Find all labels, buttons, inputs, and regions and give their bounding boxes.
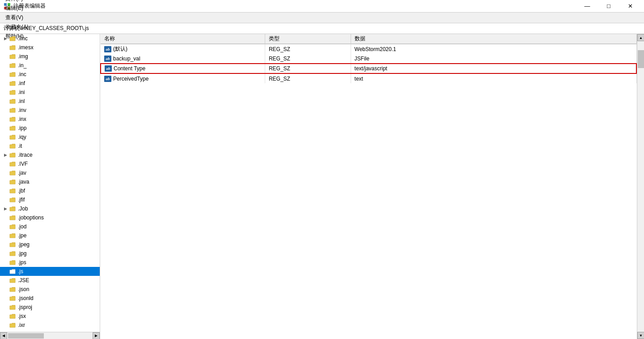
main-content: .imc .imesx .img .in_ .inc .inf .ini .in… bbox=[0, 34, 644, 339]
tree-item[interactable]: .inl bbox=[0, 97, 100, 106]
tree-item[interactable]: .jpe bbox=[0, 231, 100, 240]
tree-item[interactable]: .jsproj bbox=[0, 303, 100, 312]
tree-item[interactable]: .jsonld bbox=[0, 294, 100, 303]
folder-icon bbox=[9, 286, 16, 293]
tree-horizontal-scroll[interactable]: ◀ ▶ bbox=[0, 332, 100, 339]
tree-item[interactable]: .jpeg bbox=[0, 240, 100, 249]
tree-item[interactable]: .jps bbox=[0, 258, 100, 267]
tree-item[interactable]: .inv bbox=[0, 106, 100, 115]
tree-item-label: .jsproj bbox=[18, 304, 32, 310]
registry-rows: ab(默认)REG_SZWebStorm2020.1abbackup_valRE… bbox=[101, 44, 636, 83]
expand-icon[interactable] bbox=[2, 205, 9, 212]
vertical-scrollbar[interactable]: ▲ ▼ bbox=[637, 34, 644, 339]
folder-icon bbox=[9, 107, 16, 114]
tree-item-label: .jpeg bbox=[18, 241, 30, 248]
table-row[interactable]: abbackup_valREG_SZJSFile bbox=[101, 54, 636, 64]
address-bar: 计算机\HKEY_CLASSES_ROOT\.js bbox=[0, 23, 644, 34]
tree-item[interactable]: .Job bbox=[0, 204, 100, 213]
tree-item[interactable]: .itrace bbox=[0, 150, 100, 159]
tree-item[interactable]: .joboptions bbox=[0, 213, 100, 222]
scroll-up-button[interactable]: ▲ bbox=[637, 34, 644, 41]
tree-item[interactable]: .it bbox=[0, 142, 100, 150]
expand-icon bbox=[2, 124, 9, 132]
tree-item-label: .inf bbox=[18, 80, 25, 86]
tree-item[interactable]: .ini bbox=[0, 88, 100, 97]
folder-icon bbox=[9, 178, 16, 185]
menu-item-file[interactable]: 文件(F) bbox=[2, 0, 32, 4]
folder-icon bbox=[9, 116, 16, 123]
table-row[interactable]: abPerceivedTypeREG_SZtext bbox=[101, 73, 636, 83]
scroll-track[interactable] bbox=[7, 332, 93, 339]
tree-item-label: .java bbox=[18, 179, 29, 185]
scroll-left-button[interactable]: ◀ bbox=[0, 332, 7, 339]
registry-table: 名称 类型 数据 ab(默认)REG_SZWebStorm2020.1abbac… bbox=[100, 34, 637, 83]
expand-icon[interactable] bbox=[2, 151, 9, 159]
tree-item[interactable]: .imc bbox=[0, 34, 100, 43]
tree-item[interactable]: .jfif bbox=[0, 195, 100, 204]
tree-item[interactable]: .img bbox=[0, 52, 100, 61]
tree-item[interactable]: .iqy bbox=[0, 133, 100, 142]
tree-item[interactable]: .jsx bbox=[0, 312, 100, 321]
expand-icon bbox=[2, 322, 9, 329]
menu-item-view[interactable]: 查看(V) bbox=[2, 13, 32, 22]
minimize-button[interactable]: — bbox=[577, 0, 597, 13]
registry-table-container[interactable]: 名称 类型 数据 ab(默认)REG_SZWebStorm2020.1abbac… bbox=[100, 34, 637, 339]
tree-item[interactable]: .ixr bbox=[0, 321, 100, 330]
scroll-track-vertical[interactable] bbox=[637, 41, 644, 332]
table-header-row: 名称 类型 数据 bbox=[101, 34, 636, 44]
scroll-thumb[interactable] bbox=[8, 333, 44, 339]
folder-icon bbox=[9, 250, 16, 257]
ab-icon: ab bbox=[104, 76, 111, 82]
tree-item[interactable]: .js bbox=[0, 267, 100, 276]
tree-item[interactable]: .jpg bbox=[0, 249, 100, 258]
maximize-button[interactable]: □ bbox=[598, 0, 619, 13]
col-type: 类型 bbox=[265, 34, 351, 44]
scroll-right-button[interactable]: ▶ bbox=[93, 332, 100, 339]
tree-item[interactable]: .inx bbox=[0, 115, 100, 124]
tree-item[interactable]: .in_ bbox=[0, 61, 100, 70]
tree-item[interactable]: .inf bbox=[0, 79, 100, 88]
tree-scroll[interactable]: .imc .imesx .img .in_ .inc .inf .ini .in… bbox=[0, 34, 100, 332]
folder-icon bbox=[9, 241, 16, 248]
tree-item-label: .ini bbox=[18, 89, 25, 95]
tree-item[interactable]: .IVF bbox=[0, 159, 100, 168]
cell-type: REG_SZ bbox=[265, 54, 351, 64]
ab-icon: ab bbox=[104, 56, 111, 62]
tree-item-label: .jsx bbox=[18, 313, 26, 319]
expand-icon bbox=[2, 214, 9, 221]
tree-item[interactable]: .jbf bbox=[0, 186, 100, 195]
expand-icon bbox=[2, 304, 9, 311]
tree-item-label: .iqy bbox=[18, 134, 26, 140]
tree-item-label: .js bbox=[18, 268, 23, 275]
tree-item[interactable]: .jav bbox=[0, 168, 100, 177]
folder-icon bbox=[9, 35, 16, 42]
expand-icon[interactable] bbox=[2, 35, 9, 42]
expand-icon bbox=[2, 107, 9, 114]
tree-item[interactable]: .jod bbox=[0, 222, 100, 231]
folder-icon bbox=[9, 124, 16, 132]
folder-icon bbox=[9, 223, 16, 230]
close-button[interactable]: ✕ bbox=[620, 0, 640, 13]
table-row[interactable]: ab(默认)REG_SZWebStorm2020.1 bbox=[101, 44, 636, 54]
scroll-thumb-vertical[interactable] bbox=[638, 50, 644, 68]
menu-item-edit[interactable]: 编辑(E) bbox=[2, 4, 32, 13]
tree-item[interactable]: .imesx bbox=[0, 43, 100, 52]
table-row[interactable]: abContent TypeREG_SZtext/javascript bbox=[101, 64, 636, 73]
tree-item[interactable]: .ipp bbox=[0, 124, 100, 133]
tree-item[interactable]: .JSE bbox=[0, 276, 100, 285]
tree-item[interactable]: .json bbox=[0, 285, 100, 294]
folder-icon bbox=[9, 205, 16, 212]
tree-item[interactable]: .java bbox=[0, 177, 100, 186]
name-text: PerceivedType bbox=[113, 76, 148, 82]
folder-icon bbox=[9, 304, 16, 311]
cell-name: ab(默认) bbox=[101, 44, 265, 54]
tree-item[interactable]: .inc bbox=[0, 70, 100, 79]
folder-icon bbox=[9, 295, 16, 302]
folder-icon bbox=[9, 268, 16, 275]
scroll-down-button[interactable]: ▼ bbox=[637, 332, 644, 339]
expand-icon bbox=[2, 286, 9, 293]
tree-item-label: .jav bbox=[18, 170, 26, 176]
expand-icon bbox=[2, 116, 9, 123]
folder-icon bbox=[9, 98, 16, 105]
expand-icon bbox=[2, 187, 9, 194]
